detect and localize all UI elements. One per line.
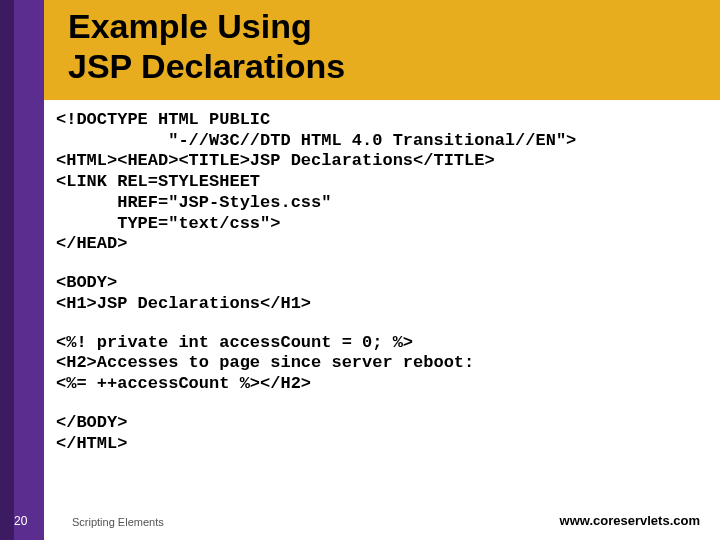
slide-title: Example Using JSP Declarations [68, 6, 720, 86]
title-line-1: Example Using [68, 7, 312, 45]
title-line-2: JSP Declarations [68, 47, 345, 85]
slide-body: <!DOCTYPE HTML PUBLIC "-//W3C//DTD HTML … [56, 110, 706, 454]
left-accent-bar-dark [0, 0, 14, 540]
code-block-2: <BODY> <H1>JSP Declarations</H1> [56, 273, 706, 314]
footer: 20 Scripting Elements www.coreservlets.c… [0, 506, 720, 530]
code-block-4: </BODY> </HTML> [56, 413, 706, 454]
chapter-label: Scripting Elements [72, 516, 164, 528]
code-block-1: <!DOCTYPE HTML PUBLIC "-//W3C//DTD HTML … [56, 110, 706, 255]
page-number: 20 [14, 514, 27, 528]
code-block-3: <%! private int accessCount = 0; %> <H2>… [56, 333, 706, 395]
slide: Example Using JSP Declarations <!DOCTYPE… [0, 0, 720, 540]
title-area: Example Using JSP Declarations [44, 0, 720, 100]
site-url: www.coreservlets.com [560, 513, 700, 528]
